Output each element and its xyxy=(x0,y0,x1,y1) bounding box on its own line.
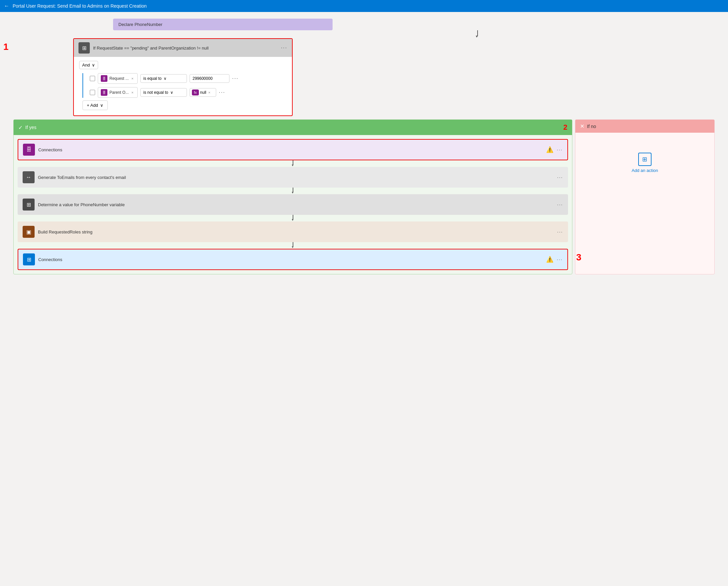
arrow-1 xyxy=(288,160,298,167)
row1-operator[interactable]: is equal to ∨ xyxy=(140,74,187,83)
add-action-icon: ⊞ xyxy=(638,153,651,166)
step-number-2: 2 xyxy=(563,123,567,132)
if-no-column: ✕ If no ⊞ Add an action xyxy=(575,119,715,274)
generate-icon: ↔ xyxy=(23,171,34,183)
connections1-block[interactable]: 🗄 Connections ⚠️ ··· xyxy=(18,139,568,160)
determine-icon: ⊞ xyxy=(23,199,34,210)
row1-field-chip[interactable]: 🗄 Request ... × xyxy=(98,73,138,84)
if-no-header: ✕ If no xyxy=(575,120,714,133)
lower-section: ✓ If yes 2 🗄 Connections ⚠️ ··· ↔ Genera… xyxy=(13,119,715,274)
arrow-4 xyxy=(288,242,298,249)
connections1-icon: 🗄 xyxy=(23,144,35,156)
if-yes-header: ✓ If yes 2 xyxy=(14,120,572,135)
x-icon: ✕ xyxy=(580,123,584,129)
condition-row-2: 🗄 Parent O... × is not equal to ∨ fx xyxy=(90,87,287,98)
row2-field-close[interactable]: × xyxy=(131,91,133,95)
connections1-warning: ⚠️ xyxy=(546,146,553,153)
connections1-title: Connections xyxy=(38,147,543,152)
check-icon: ✓ xyxy=(18,124,23,131)
row2-more[interactable]: ··· xyxy=(219,90,225,96)
row1-field-close[interactable]: × xyxy=(131,76,133,80)
connections2-warning: ⚠️ xyxy=(546,256,553,263)
if-yes-title: If yes xyxy=(25,125,36,130)
row1-checkbox[interactable] xyxy=(90,76,95,81)
connections2-wrapper: ⊞ Connections ⚠️ ··· 3 xyxy=(18,249,568,270)
condition-rows: 🗄 Request ... × is equal to ∨ ··· xyxy=(82,73,287,98)
and-dropdown[interactable]: And ∨ xyxy=(79,61,98,69)
connections2-title: Connections xyxy=(38,257,543,262)
condition-row-1: 🗄 Request ... × is equal to ∨ ··· xyxy=(90,73,287,84)
generate-more[interactable]: ··· xyxy=(557,175,563,180)
row1-field-icon: 🗄 xyxy=(101,75,107,82)
condition-more-button[interactable]: ··· xyxy=(281,45,287,51)
condition-icon: ⊞ xyxy=(78,42,90,54)
arrow-declare-condition xyxy=(206,30,728,38)
generate-block[interactable]: ↔ Generate ToEmails from every contact's… xyxy=(18,167,568,187)
row1-more[interactable]: ··· xyxy=(232,76,238,81)
row2-value-close[interactable]: × xyxy=(208,91,210,95)
back-button[interactable]: ← xyxy=(4,3,9,9)
if-yes-column: ✓ If yes 2 🗄 Connections ⚠️ ··· ↔ Genera… xyxy=(13,119,572,274)
condition-header[interactable]: ⊞ If RequestState == "pending" and Paren… xyxy=(74,39,292,57)
connections2-icon: ⊞ xyxy=(23,253,35,265)
condition-block: ⊞ If RequestState == "pending" and Paren… xyxy=(73,38,293,116)
declare-phone-block: Declare PhoneNumber xyxy=(113,19,333,30)
row2-fx-chip: fx xyxy=(192,90,199,96)
connections2-block[interactable]: ⊞ Connections ⚠️ ··· xyxy=(18,249,568,270)
connections2-more[interactable]: ··· xyxy=(557,257,563,262)
row1-field-text: Request ... xyxy=(109,76,129,81)
row2-checkbox[interactable] xyxy=(90,90,95,95)
canvas: Declare PhoneNumber 1 ⊞ If RequestState … xyxy=(0,12,728,586)
arrow-3 xyxy=(288,215,298,222)
if-no-body: ⊞ Add an action xyxy=(575,133,714,193)
connections1-more[interactable]: ··· xyxy=(557,147,563,152)
generate-title: Generate ToEmails from every contact's e… xyxy=(38,175,554,180)
row2-value-field[interactable]: fx null × xyxy=(189,88,216,97)
step-number-1: 1 xyxy=(3,42,9,52)
determine-more[interactable]: ··· xyxy=(557,202,563,207)
build-more[interactable]: ··· xyxy=(557,229,563,234)
build-title: Build RequestedRoles string xyxy=(38,229,554,234)
add-action-label: Add an action xyxy=(631,168,658,173)
row2-field-text: Parent O... xyxy=(109,90,129,95)
if-no-title: If no xyxy=(587,124,596,129)
row2-field-chip[interactable]: 🗄 Parent O... × xyxy=(98,87,138,98)
build-block[interactable]: ▣ Build RequestedRoles string ··· xyxy=(18,222,568,242)
condition-body: And ∨ 🗄 Request ... × is equal xyxy=(74,57,292,116)
page-title: Portal User Request: Send Email to Admin… xyxy=(12,3,147,9)
step-number-3: 3 xyxy=(576,252,581,263)
determine-block[interactable]: ⊞ Determine a value for PhoneNumber vari… xyxy=(18,194,568,215)
top-bar: ← Portal User Request: Send Email to Adm… xyxy=(0,0,728,12)
add-row-button[interactable]: + Add ∨ xyxy=(82,100,108,110)
arrow-2 xyxy=(288,187,298,194)
add-action-button[interactable]: ⊞ Add an action xyxy=(625,146,665,180)
if-yes-body: 🗄 Connections ⚠️ ··· ↔ Generate ToEmails… xyxy=(14,135,572,274)
row1-value-input[interactable] xyxy=(189,74,230,83)
determine-title: Determine a value for PhoneNumber variab… xyxy=(38,202,554,207)
build-icon: ▣ xyxy=(23,226,34,238)
row2-field-icon: 🗄 xyxy=(101,89,107,96)
condition-title: If RequestState == "pending" and ParentO… xyxy=(93,46,278,51)
row2-operator[interactable]: is not equal to ∨ xyxy=(140,88,187,97)
